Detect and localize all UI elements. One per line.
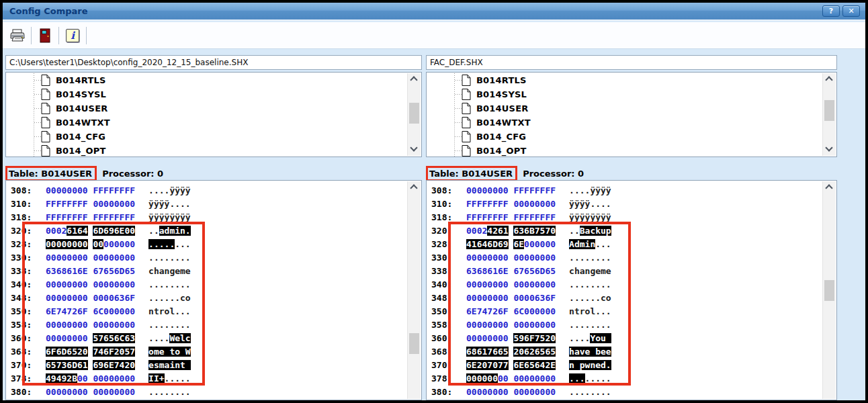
baseline-tree-panel: B014RTLSB014SYSLB014USERB014WTXTB014_CFG… [5,72,422,157]
document-icon [462,103,471,114]
hex-row: 380:00000000 00000000........ [11,386,406,399]
tree-item-label: B014USER [476,103,528,114]
tree-item-label: B014RTLS [476,75,527,85]
document-icon [41,117,50,128]
hex-row: 308:00000000 FFFFFFFF....ÿÿÿÿ [11,184,406,197]
tree-list: B014RTLSB014SYSLB014USERB014WTXTB014_CFG… [427,73,822,156]
close-button[interactable]: ✕ [842,5,860,17]
tree-scrollbar[interactable] [822,73,836,156]
document-icon [41,75,50,86]
tree-item-b014_cfg[interactable]: B014_CFG [6,130,406,144]
scrollbar-thumb[interactable] [409,333,419,354]
tree-list: B014RTLSB014SYSLB014USERB014WTXTB014_CFG… [6,73,406,156]
compare-path-field[interactable]: FAC_DEF.SHX [426,55,837,70]
diff-annotation-box [22,222,205,386]
processor-label: Processor: 0 [523,169,584,179]
tree-item-b014sysl[interactable]: B014SYSL [6,87,406,101]
table-name-annotation: Table: B014USER [426,166,517,181]
document-icon [41,145,50,156]
tree-item-label: B014USER [56,103,107,114]
compare-pane: FAC_DEF.SHX B014RTLSB014SYSLB014USERB014… [426,3,837,400]
document-icon [462,117,471,128]
tree-item-label: B014WTXT [56,118,110,128]
document-icon [462,75,471,86]
scrollbar-thumb[interactable] [824,280,834,301]
scrollbar-thumb[interactable] [824,100,834,121]
document-icon [462,131,471,142]
tree-item-label: B014WTXT [476,118,531,128]
scroll-up-icon[interactable] [823,73,836,85]
tree-scrollbar[interactable] [407,73,421,156]
hex-scrollbar[interactable] [407,181,421,399]
tree-item-b014sysl[interactable]: B014SYSL [427,87,822,101]
hex-row: 310:FFFFFFFF 00000000ÿÿÿÿ.... [431,197,822,211]
tree-item-b014_opt[interactable]: B014_OPT [427,144,822,156]
tree-item-label: B014_OPT [476,146,527,156]
hex-row: 380:00000000 00000000........ [431,386,822,399]
document-icon [41,103,50,114]
table-name-label: Table: B014USER [9,169,92,179]
tree-item-label: B014SYSL [476,89,527,99]
document-icon [462,89,471,100]
baseline-path-field[interactable]: C:\Users\tester1\Desktop\config_2020_12_… [5,55,422,70]
baseline-hex-panel: 308:00000000 FFFFFFFF....ÿÿÿÿ310:FFFFFFF… [5,180,422,400]
tree-item-label: B014_CFG [56,132,105,142]
scroll-up-icon[interactable] [408,73,421,85]
diff-annotation-box [448,222,631,386]
tree-item-label: B014_CFG [476,132,526,142]
tree-item-label: B014_OPT [56,146,106,156]
scroll-up-icon[interactable] [408,181,421,193]
baseline-pane: C:\Users\tester1\Desktop\config_2020_12_… [5,3,422,400]
tree-item-b014wtxt[interactable]: B014WTXT [6,116,406,130]
scroll-down-icon[interactable] [823,144,836,156]
document-icon [41,131,50,142]
tree-item-b014_opt[interactable]: B014_OPT [6,144,406,156]
tree-item-label: B014RTLS [56,75,106,85]
tree-item-b014rtls[interactable]: B014RTLS [6,73,406,87]
scrollbar-thumb[interactable] [409,103,419,124]
hex-scrollbar[interactable] [822,181,836,399]
window-body: Config Compare ? ✕ [3,3,865,400]
config-compare-window: Config Compare ? ✕ [0,0,868,403]
document-icon [41,89,50,100]
hex-row: 310:FFFFFFFF 00000000ÿÿÿÿ.... [11,197,406,211]
compare-hex-panel: 308:00000000 FFFFFFFF....ÿÿÿÿ310:FFFFFFF… [426,180,837,400]
tree-item-b014wtxt[interactable]: B014WTXT [427,116,822,130]
tree-item-b014user[interactable]: B014USER [6,101,406,116]
table-name-label: Table: B014USER [429,169,513,179]
scroll-up-icon[interactable] [823,181,836,193]
tree-item-b014rtls[interactable]: B014RTLS [427,73,822,87]
tree-item-b014_cfg[interactable]: B014_CFG [427,130,822,144]
processor-label: Processor: 0 [102,169,163,179]
document-icon [462,145,471,156]
scroll-down-icon[interactable] [408,144,421,156]
tree-item-b014user[interactable]: B014USER [427,101,822,116]
table-name-annotation: Table: B014USER [5,166,97,181]
tree-item-label: B014SYSL [56,89,106,99]
hex-row: 308:00000000 FFFFFFFF....ÿÿÿÿ [431,184,822,197]
compare-tree-panel: B014RTLSB014SYSLB014USERB014WTXTB014_CFG… [426,72,837,157]
